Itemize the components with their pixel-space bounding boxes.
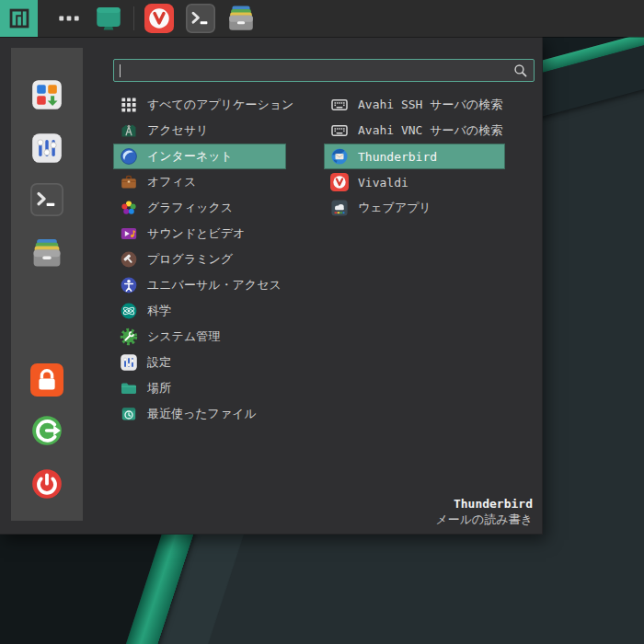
webapps-icon (330, 199, 349, 217)
terminal-launcher[interactable] (186, 4, 215, 33)
show-desktop-button[interactable] (94, 4, 123, 33)
category-label: 科学 (147, 303, 171, 319)
category-item[interactable]: システム管理 (113, 324, 286, 350)
terminal-emulator-button[interactable] (29, 181, 65, 218)
thunderbird-icon (330, 147, 349, 166)
science-icon (120, 302, 138, 320)
category-label: 場所 (147, 380, 171, 397)
manjaro-menu-button[interactable] (0, 0, 38, 37)
application-label: Avahi VNC サーバの検索 (358, 122, 502, 139)
category-list: すべてのアプリケーションアクセサリインターネットオフィスグラフィックスサウンドと… (113, 92, 286, 427)
accessories-icon (120, 121, 138, 140)
text-cursor (120, 64, 121, 77)
system-icon (120, 328, 138, 346)
category-item[interactable]: インターネット (113, 144, 286, 169)
application-item[interactable]: ウェブアプリ (324, 195, 505, 221)
lock-screen-button[interactable] (29, 362, 65, 398)
software-center-button[interactable] (29, 76, 65, 113)
application-list: Avahi SSH サーバの検索Avahi VNC サーバの検索Thunderb… (324, 92, 505, 221)
application-label: Vivaldi (358, 176, 408, 190)
app-grid-icon (120, 96, 138, 114)
search-icon (512, 63, 529, 79)
file-manager-launcher[interactable] (226, 4, 256, 33)
application-item[interactable]: Avahi VNC サーバの検索 (324, 118, 505, 144)
top-panel (0, 0, 644, 37)
dots-icon (56, 6, 82, 31)
settings-icon (30, 132, 63, 165)
category-item[interactable]: 科学 (113, 298, 286, 324)
category-item[interactable]: オフィス (113, 169, 286, 195)
category-label: システム管理 (147, 328, 220, 345)
category-label: グラフィックス (147, 200, 233, 216)
panel-separator (133, 6, 134, 30)
graphics-icon (120, 199, 138, 217)
category-label: 設定 (147, 354, 171, 371)
logout-icon (30, 414, 63, 447)
application-label: ウェブアプリ (358, 200, 431, 216)
application-item[interactable]: Vivaldi (324, 169, 505, 195)
desktop: すべてのアプリケーションアクセサリインターネットオフィスグラフィックスサウンドと… (0, 0, 644, 644)
category-item[interactable]: プログラミング (113, 247, 286, 272)
terminal-icon (30, 183, 63, 216)
vivaldi-icon (144, 4, 174, 33)
office-icon (120, 173, 138, 191)
folder-icon (120, 379, 138, 397)
category-label: プログラミング (147, 251, 233, 268)
application-item[interactable]: Avahi SSH サーバの検索 (324, 92, 505, 118)
category-item[interactable]: ユニバーサル・アクセス (113, 272, 286, 298)
accessibility-icon (120, 276, 138, 294)
category-item[interactable]: サウンドとビデオ (113, 221, 286, 247)
selected-app-info: Thunderbird メールの読み書き (435, 496, 533, 528)
keyboard-icon (330, 121, 349, 140)
recent-icon (120, 405, 138, 423)
search-box[interactable] (113, 59, 535, 82)
settings-manager-button[interactable] (29, 130, 65, 167)
development-icon (120, 250, 138, 269)
category-label: サウンドとビデオ (147, 225, 245, 242)
search-input[interactable] (114, 60, 512, 81)
category-label: 最近使ったファイル (147, 406, 257, 422)
manjaro-logo-icon (6, 6, 32, 31)
desktop-teal-icon (95, 5, 122, 32)
window-buttons[interactable] (54, 4, 84, 33)
selected-app-description: メールの読み書き (435, 512, 533, 528)
category-label: ユニバーサル・アクセス (147, 277, 282, 293)
lock-icon (30, 363, 63, 397)
category-item[interactable]: すべてのアプリケーション (113, 92, 286, 118)
power-icon (30, 467, 63, 500)
software-icon (30, 78, 63, 111)
whisker-menu: すべてのアプリケーションアクセサリインターネットオフィスグラフィックスサウンドと… (0, 37, 543, 535)
category-item[interactable]: アクセサリ (113, 118, 286, 144)
application-label: Avahi SSH サーバの検索 (358, 97, 502, 113)
multimedia-icon (120, 224, 138, 243)
application-item[interactable]: Thunderbird (324, 144, 505, 169)
terminal-icon (186, 4, 215, 33)
category-label: インターネット (147, 148, 233, 165)
category-label: すべてのアプリケーション (147, 97, 293, 113)
category-item[interactable]: 最近使ったファイル (113, 401, 286, 427)
application-label: Thunderbird (358, 150, 437, 164)
vivaldi-launcher[interactable] (144, 4, 174, 33)
files-icon (226, 4, 256, 33)
category-item[interactable]: グラフィックス (113, 195, 286, 221)
category-label: オフィス (147, 174, 196, 190)
category-label: アクセサリ (147, 122, 209, 139)
menu-sidebar (11, 48, 83, 521)
selected-app-title: Thunderbird (435, 496, 533, 512)
category-item[interactable]: 場所 (113, 375, 286, 401)
files-icon (30, 236, 63, 270)
log-out-button[interactable] (29, 412, 65, 449)
file-manager-button[interactable] (29, 235, 65, 271)
shut-down-button[interactable] (29, 466, 65, 502)
settings-icon (120, 353, 138, 372)
keyboard-icon (330, 96, 349, 114)
category-item[interactable]: 設定 (113, 350, 286, 375)
vivaldi-icon (330, 173, 349, 191)
internet-icon (120, 147, 138, 166)
